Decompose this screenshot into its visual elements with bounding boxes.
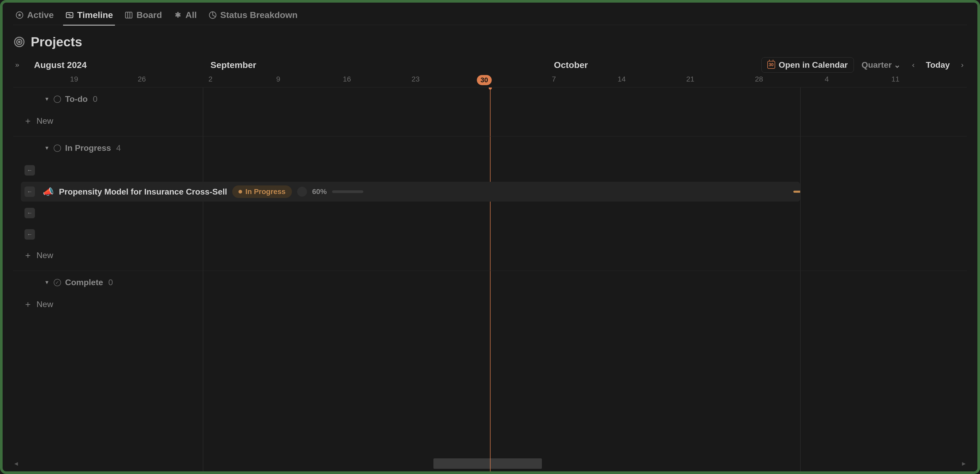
project-emoji: 📣 <box>43 187 54 197</box>
date-ruler: 1926291623307142128411 <box>13 72 967 87</box>
svg-rect-2 <box>67 14 70 14</box>
board-icon <box>124 11 133 19</box>
tab-label: All <box>186 10 197 20</box>
offscreen-left-arrow[interactable]: ← <box>24 208 35 218</box>
status-ring-todo <box>54 95 61 103</box>
page-title: Projects <box>31 34 82 49</box>
day-tick: 2 <box>208 75 213 83</box>
tab-label: Status Breakdown <box>220 10 298 20</box>
day-tick: 16 <box>343 75 351 83</box>
new-label: New <box>37 116 53 126</box>
group-count: 0 <box>93 94 97 104</box>
target-icon <box>13 36 25 48</box>
open-in-calendar-button[interactable]: 30 Open in Calendar <box>761 57 854 73</box>
star-icon <box>15 11 24 19</box>
view-tabs: Active Timeline Board ✱ All Status Break… <box>13 3 967 25</box>
open-calendar-label: Open in Calendar <box>779 60 848 70</box>
tab-label: Active <box>27 10 54 20</box>
group-header-in-progress[interactable]: ▼ In Progress 4 <box>13 136 967 160</box>
card-end-handle[interactable] <box>793 191 800 193</box>
svg-rect-1 <box>66 13 73 18</box>
timeline-toolbar: » August 2024SeptemberOctober 30 Open in… <box>13 54 967 72</box>
offscreen-left-arrow[interactable]: ← <box>24 165 35 176</box>
tab-label: Board <box>136 10 162 20</box>
project-name: Propensity Model for Insurance Cross-Sel… <box>59 187 227 197</box>
page-title-row: Projects <box>13 25 967 54</box>
pie-icon <box>208 11 217 19</box>
today-button[interactable]: Today <box>923 58 952 72</box>
collapse-toggle[interactable]: ▼ <box>44 145 49 151</box>
tab-timeline[interactable]: Timeline <box>63 7 115 25</box>
progress-bar <box>332 190 363 193</box>
month-label: September <box>211 60 256 70</box>
progress-percent: 60% <box>312 187 327 196</box>
chevron-down-icon: ⌄ <box>894 60 901 70</box>
group-label: To-do <box>65 94 88 104</box>
new-label: New <box>37 250 53 260</box>
status-dot-icon <box>239 190 242 193</box>
range-label: Quarter <box>862 60 892 70</box>
today-marker: 30 <box>477 75 492 85</box>
day-tick: 28 <box>755 75 763 83</box>
day-tick: 21 <box>686 75 694 83</box>
group-header-complete[interactable]: ▼ ✓ Complete 0 <box>13 271 967 294</box>
month-label: October <box>554 60 588 70</box>
calendar-icon: 30 <box>767 61 775 69</box>
group-header-todo[interactable]: ▼ To-do 0 <box>13 87 967 111</box>
sparkle-icon: ✱ <box>173 11 183 19</box>
project-card[interactable]: 📣 Propensity Model for Insurance Cross-S… <box>21 182 800 201</box>
scroll-right-button[interactable]: ▶ <box>961 460 967 467</box>
tab-status-breakdown[interactable]: Status Breakdown <box>206 7 300 25</box>
plus-icon: ＋ <box>24 115 32 127</box>
month-label: August 2024 <box>34 60 87 70</box>
scroll-left-button[interactable]: ◀ <box>13 460 19 467</box>
status-pill: In Progress <box>232 185 292 198</box>
range-selector[interactable]: Quarter ⌄ <box>859 57 904 72</box>
next-button[interactable]: › <box>958 60 967 70</box>
status-label: In Progress <box>245 187 285 196</box>
timeline-row: ← <box>13 160 967 181</box>
group-label: Complete <box>65 277 103 287</box>
plus-icon: ＋ <box>24 298 32 310</box>
expand-sidebar-button[interactable]: » <box>13 61 21 69</box>
new-item-complete[interactable]: ＋ New <box>13 294 967 320</box>
collapse-toggle[interactable]: ▼ <box>44 96 49 102</box>
day-tick: 11 <box>891 75 899 83</box>
prev-button[interactable]: ‹ <box>908 60 918 70</box>
timeline-row: 📣 Propensity Model for Insurance Cross-S… <box>13 181 967 202</box>
tab-label: Timeline <box>77 10 113 20</box>
group-count: 4 <box>116 143 121 153</box>
day-tick: 4 <box>825 75 829 83</box>
tab-all[interactable]: ✱ All <box>172 7 199 25</box>
tab-active[interactable]: Active <box>13 7 56 25</box>
assignee-avatar[interactable] <box>297 187 307 197</box>
status-ring-in-progress <box>54 144 61 152</box>
svg-point-10 <box>19 41 20 43</box>
group-count: 0 <box>108 277 113 287</box>
timeline-body: ▼ To-do 0 ＋ New ▼ In Progress 4 ← 📣 Prop… <box>13 87 967 471</box>
day-tick: 9 <box>276 75 280 83</box>
offscreen-left-arrow[interactable]: ← <box>24 229 35 239</box>
timeline-icon <box>65 11 74 19</box>
group-label: In Progress <box>65 143 111 153</box>
new-item-todo[interactable]: ＋ New <box>13 111 967 136</box>
svg-rect-3 <box>69 15 72 16</box>
day-tick: 14 <box>618 75 626 83</box>
tab-board[interactable]: Board <box>122 7 164 25</box>
day-tick: 7 <box>552 75 556 83</box>
day-tick: 19 <box>70 75 78 83</box>
status-ring-complete: ✓ <box>54 279 61 286</box>
new-item-in-progress[interactable]: ＋ New <box>13 245 967 271</box>
offscreen-left-arrow[interactable]: ← <box>24 187 35 197</box>
timeline-row: ← <box>13 202 967 224</box>
day-tick: 26 <box>138 75 146 83</box>
new-label: New <box>37 300 53 309</box>
collapse-toggle[interactable]: ▼ <box>44 279 49 285</box>
plus-icon: ＋ <box>24 249 32 261</box>
timeline-row: ← <box>13 224 967 245</box>
svg-rect-4 <box>126 12 132 18</box>
day-tick: 23 <box>412 75 420 83</box>
scroll-thumb[interactable] <box>433 458 542 469</box>
